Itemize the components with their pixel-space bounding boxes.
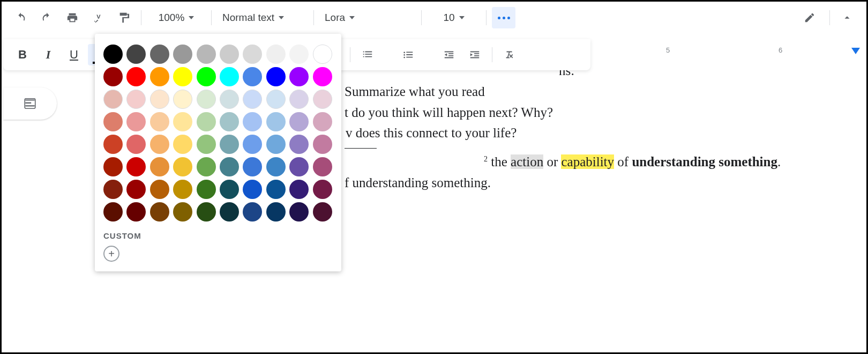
- color-swatch[interactable]: [220, 90, 239, 109]
- color-swatch[interactable]: [289, 180, 309, 199]
- color-swatch[interactable]: [313, 45, 332, 64]
- color-swatch[interactable]: [220, 180, 239, 199]
- clear-formatting-button[interactable]: [498, 44, 521, 65]
- color-swatch[interactable]: [103, 67, 123, 86]
- color-swatch[interactable]: [103, 202, 123, 222]
- color-swatch[interactable]: [103, 112, 123, 131]
- color-swatch[interactable]: [266, 45, 286, 64]
- color-swatch[interactable]: [197, 45, 216, 64]
- color-swatch[interactable]: [197, 157, 216, 176]
- color-swatch[interactable]: [150, 135, 169, 154]
- color-swatch[interactable]: [197, 180, 216, 199]
- color-swatch[interactable]: [103, 157, 123, 176]
- color-swatch[interactable]: [103, 135, 123, 154]
- paragraph-style-dropdown[interactable]: Normal text: [217, 7, 308, 28]
- color-swatch[interactable]: [126, 45, 146, 64]
- color-swatch[interactable]: [243, 45, 262, 64]
- color-swatch[interactable]: [243, 135, 262, 154]
- color-swatch[interactable]: [289, 45, 309, 64]
- color-swatch[interactable]: [266, 157, 286, 176]
- color-swatch[interactable]: [313, 90, 332, 109]
- color-swatch[interactable]: [266, 90, 286, 109]
- numbered-list-button[interactable]: [356, 44, 379, 65]
- color-swatch[interactable]: [220, 45, 239, 64]
- print-button[interactable]: [61, 7, 84, 28]
- color-swatch[interactable]: [289, 90, 309, 109]
- color-swatch[interactable]: [266, 112, 286, 131]
- color-swatch[interactable]: [243, 90, 262, 109]
- color-swatch[interactable]: [289, 112, 309, 131]
- color-swatch[interactable]: [126, 67, 146, 86]
- color-swatch[interactable]: [126, 157, 146, 176]
- paint-format-button[interactable]: [112, 7, 136, 28]
- color-swatch[interactable]: [220, 135, 239, 154]
- increase-indent-button[interactable]: [463, 44, 487, 65]
- color-swatch[interactable]: [266, 180, 286, 199]
- more-button[interactable]: [492, 7, 515, 28]
- color-swatch[interactable]: [150, 180, 169, 199]
- font-size-dropdown[interactable]: 10: [427, 7, 481, 28]
- color-swatch[interactable]: [243, 112, 262, 131]
- color-swatch[interactable]: [289, 157, 309, 176]
- ruler-indent-marker[interactable]: [851, 48, 860, 55]
- color-swatch[interactable]: [126, 112, 146, 131]
- color-swatch[interactable]: [313, 67, 332, 86]
- color-swatch[interactable]: [313, 112, 332, 131]
- font-dropdown[interactable]: Lora: [319, 7, 416, 28]
- undo-button[interactable]: [9, 7, 33, 28]
- color-swatch[interactable]: [150, 202, 169, 222]
- color-swatch[interactable]: [173, 157, 192, 176]
- color-swatch[interactable]: [313, 135, 332, 154]
- color-swatch[interactable]: [220, 67, 239, 86]
- color-swatch[interactable]: [313, 202, 332, 222]
- decrease-indent-button[interactable]: [437, 44, 461, 65]
- collapse-button[interactable]: [835, 7, 859, 28]
- color-swatch[interactable]: [173, 112, 192, 131]
- underline-button[interactable]: U: [62, 44, 86, 65]
- color-swatch[interactable]: [197, 90, 216, 109]
- spellcheck-button[interactable]: [86, 7, 110, 28]
- color-swatch[interactable]: [289, 202, 309, 222]
- color-swatch[interactable]: [150, 90, 169, 109]
- color-swatch[interactable]: [266, 67, 286, 86]
- color-swatch[interactable]: [150, 112, 169, 131]
- color-swatch[interactable]: [289, 135, 309, 154]
- color-swatch[interactable]: [197, 67, 216, 86]
- italic-button[interactable]: I: [36, 44, 60, 65]
- color-swatch[interactable]: [243, 202, 262, 222]
- color-swatch[interactable]: [126, 180, 146, 199]
- color-swatch[interactable]: [243, 180, 262, 199]
- numbered-list-caret[interactable]: [381, 44, 394, 65]
- color-swatch[interactable]: [150, 67, 169, 86]
- editing-mode-dropdown[interactable]: [798, 7, 824, 28]
- color-swatch[interactable]: [150, 157, 169, 176]
- zoom-dropdown[interactable]: 100%: [147, 7, 206, 28]
- color-swatch[interactable]: [103, 45, 123, 64]
- color-swatch[interactable]: [126, 202, 146, 222]
- color-swatch[interactable]: [197, 112, 216, 131]
- add-custom-color-button[interactable]: +: [103, 246, 119, 262]
- color-swatch[interactable]: [266, 135, 286, 154]
- color-swatch[interactable]: [173, 202, 192, 222]
- color-swatch[interactable]: [220, 202, 239, 222]
- color-swatch[interactable]: [313, 157, 332, 176]
- color-swatch[interactable]: [313, 180, 332, 199]
- color-swatch[interactable]: [220, 157, 239, 176]
- color-swatch[interactable]: [266, 202, 286, 222]
- bulleted-list-button[interactable]: [396, 44, 420, 65]
- color-swatch[interactable]: [197, 135, 216, 154]
- color-swatch[interactable]: [150, 45, 169, 64]
- color-swatch[interactable]: [173, 90, 192, 109]
- redo-button[interactable]: [35, 7, 58, 28]
- color-swatch[interactable]: [243, 67, 262, 86]
- bulleted-list-caret[interactable]: [422, 44, 435, 65]
- color-swatch[interactable]: [220, 112, 239, 131]
- color-swatch[interactable]: [173, 135, 192, 154]
- color-swatch[interactable]: [173, 180, 192, 199]
- document-outline-button[interactable]: [3, 87, 57, 120]
- color-swatch[interactable]: [126, 90, 146, 109]
- color-swatch[interactable]: [197, 202, 216, 222]
- color-swatch[interactable]: [103, 180, 123, 199]
- color-swatch[interactable]: [126, 135, 146, 154]
- bold-button[interactable]: B: [11, 44, 34, 65]
